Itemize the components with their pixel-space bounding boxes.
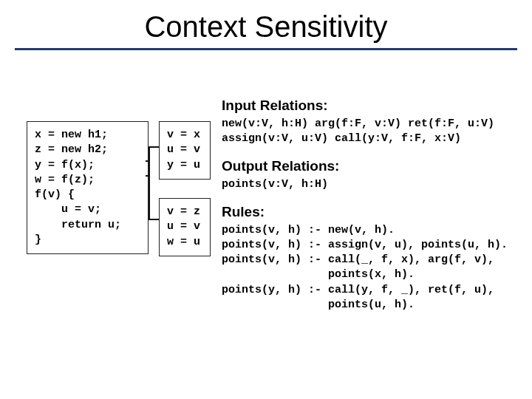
slide-root: Context Sensitivity x = new h1; z = new … <box>0 0 532 399</box>
connector-line <box>149 219 159 220</box>
right-sections: Input Relations: new(v:V, h:H) arg(f:F, … <box>222 96 517 313</box>
connector-line <box>146 175 150 177</box>
text-input-relations: new(v:V, h:H) arg(f:F, v:V) ret(f:F, u:V… <box>222 117 517 147</box>
connector-line <box>149 146 159 148</box>
connector-line <box>149 146 150 220</box>
code-block-call-fz: v = z u = v w = u <box>159 198 211 256</box>
heading-rules: Rules: <box>222 202 517 222</box>
slide-title: Context Sensitivity <box>0 0 532 48</box>
code-block-call-fx: v = x u = v y = u <box>159 121 211 180</box>
connector-line <box>146 160 150 162</box>
text-output-relations: points(v:V, h:H) <box>222 177 517 192</box>
heading-input-relations: Input Relations: <box>222 96 517 115</box>
text-rules: points(v, h) :- new(v, h). points(v, h) … <box>222 223 517 313</box>
code-block-source: x = new h1; z = new h2; y = f(x); w = f(… <box>27 121 149 254</box>
content-area: x = new h1; z = new h2; y = f(x); w = f(… <box>0 50 532 375</box>
heading-output-relations: Output Relations: <box>222 157 517 176</box>
